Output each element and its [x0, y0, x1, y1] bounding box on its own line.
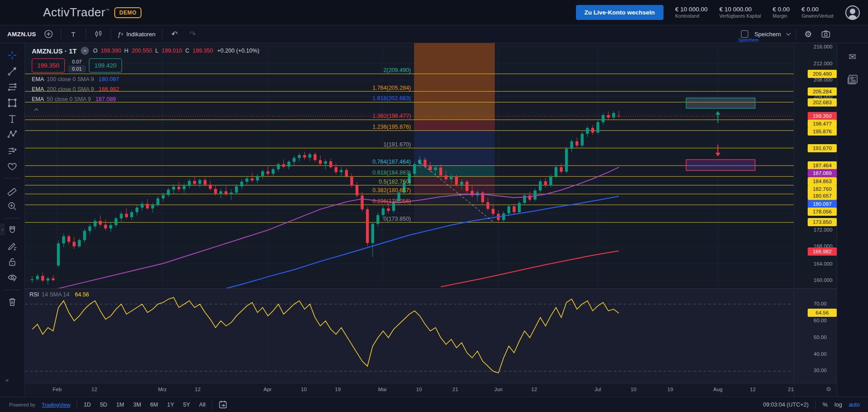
user-avatar[interactable] — [845, 5, 860, 20]
chevron-down-icon[interactable] — [786, 31, 791, 35]
fib-label: 1.236(195.876) — [372, 124, 411, 130]
price-tick: 212.000 — [814, 61, 833, 66]
range-6m-button[interactable]: 6M — [150, 402, 158, 408]
indicator-row[interactable]: EMA200 close 0 SMA 9166.982 — [32, 86, 259, 92]
tool-fib-lines-icon[interactable] — [5, 80, 20, 94]
tool-ruler-icon[interactable] — [5, 184, 20, 197]
go-to-date-icon[interactable] — [219, 400, 227, 409]
time-label: 10 — [631, 387, 637, 392]
time-axis[interactable]: Feb12Mrz12Apr1019Mai1021Jun12Jul1019Aug1… — [25, 383, 794, 396]
rsi-params: 14 SMA 14 — [42, 291, 69, 298]
tool-hide-drawings-icon[interactable] — [5, 271, 20, 285]
fib-label: 1(191.670) — [384, 141, 411, 148]
fib-label: 0.5(182.760) — [379, 179, 411, 185]
chart-center-column: 2(209.490)1.764(205.284)1.618(202.683)1.… — [25, 43, 794, 397]
tool-xabcd-pattern-icon[interactable] — [5, 128, 20, 141]
add-symbol-icon[interactable] — [43, 28, 54, 40]
save-layout-checkbox[interactable] — [741, 30, 748, 38]
range-1d-button[interactable]: 1D — [83, 402, 91, 408]
price-badge: 195.876 — [808, 127, 837, 136]
time-label: Jul — [595, 387, 601, 392]
collapse-left-icon[interactable]: « — [5, 377, 9, 383]
tool-trend-line-icon[interactable] — [5, 64, 20, 78]
price-tick: 50.00 — [814, 334, 827, 340]
time-label: Mai — [378, 387, 387, 392]
indicator-row[interactable]: EMA100 close 0 SMA 9180.097 — [32, 76, 259, 82]
range-5y-button[interactable]: 5Y — [183, 402, 190, 408]
interval-button[interactable]: T — [68, 28, 79, 40]
chart-type-candles-icon[interactable] — [93, 28, 104, 40]
spread-display: 0.07 0.01 — [68, 59, 86, 73]
settings-gear-icon[interactable]: ⚙ — [802, 28, 814, 40]
mail-icon[interactable]: ✉ — [849, 51, 857, 62]
price-tick: 164.000 — [814, 261, 833, 267]
tool-zoom-in-icon[interactable] — [5, 199, 20, 213]
range-5d-button[interactable]: 5D — [100, 402, 107, 408]
fib-label: 2(209.490) — [384, 67, 411, 73]
sidebar-expand-handle[interactable]: › — [0, 223, 5, 235]
ohlc-values: O199.390H200.550L199.010C199.350 — [93, 48, 213, 54]
price-badge: 205.284 — [808, 87, 837, 96]
hide-symbol-icon[interactable]: − — [81, 47, 89, 55]
fib-label: 0.382(180.657) — [372, 187, 411, 194]
tool-crosshair-icon[interactable] — [5, 48, 20, 62]
tool-trash-icon[interactable] — [5, 295, 20, 309]
time-label: 19 — [668, 387, 673, 392]
price-badge: 187.089 — [808, 169, 837, 177]
redo-icon[interactable]: ↷ — [187, 28, 199, 40]
news-icon[interactable] — [847, 74, 858, 85]
range-all-button[interactable]: All — [199, 402, 205, 408]
tool-lock-icon[interactable] — [5, 255, 20, 269]
fib-label: 1.618(202.683) — [372, 95, 411, 102]
spread-pill: 0.01 — [68, 65, 86, 73]
divider — [5, 290, 20, 290]
range-1y-button[interactable]: 1Y — [167, 402, 174, 408]
right-sidebar: ✉ — [837, 43, 868, 397]
fib-label: 0.618(184.863) — [372, 170, 411, 176]
sell-button[interactable]: 199.350 — [32, 58, 65, 73]
divider — [111, 29, 111, 39]
rsi-pane[interactable]: RSI 14 SMA 14 64.56 — [25, 288, 794, 383]
legend-collapse-chevron-icon[interactable] — [32, 106, 41, 113]
range-3m-button[interactable]: 3M — [133, 402, 141, 408]
price-tick: 30.00 — [814, 368, 827, 373]
price-tick: 70.00 — [814, 301, 827, 306]
change-value: +0.200 (+0.10%) — [217, 48, 259, 54]
save-button[interactable]: Speichern — [754, 31, 781, 38]
camera-snapshot-icon[interactable] — [820, 28, 832, 40]
tool-rectangle-icon[interactable] — [5, 96, 20, 110]
symbol-button[interactable]: AMZN.US — [7, 31, 36, 38]
time-label: 12 — [92, 387, 98, 392]
fib-label: 1.382(198.477) — [372, 113, 411, 119]
price-badge: 166.982 — [808, 247, 837, 256]
rsi-chart[interactable] — [25, 289, 794, 383]
app-logo: ActivTrader™ DEMO — [43, 5, 141, 19]
divider — [77, 400, 77, 409]
indicators-button[interactable]: ƒx Indikatoren — [117, 28, 156, 40]
chart-title[interactable]: AMZN.US · 1T — [32, 47, 77, 55]
tool-forecast-icon[interactable] — [5, 144, 20, 157]
trademark: ™ — [105, 8, 110, 13]
buy-button[interactable]: 199.420 — [89, 58, 122, 73]
chart-legend: AMZN.US · 1T − O199.390H200.550L199.010C… — [32, 47, 259, 113]
tool-edit-lock-icon[interactable] — [5, 239, 20, 253]
indicator-legend-rows: EMA100 close 0 SMA 9180.097EMA200 close … — [32, 76, 259, 102]
auto-scale-button[interactable]: auto — [849, 402, 860, 408]
tool-text-icon[interactable] — [5, 112, 20, 126]
switch-to-live-button[interactable]: Zu Live-Konto wechseln — [576, 5, 663, 20]
main-chart-pane[interactable]: 2(209.490)1.764(205.284)1.618(202.683)1.… — [25, 43, 794, 288]
tradingview-link[interactable]: TradingView — [42, 402, 70, 407]
axis-settings-gear-icon[interactable]: ⚙ — [826, 386, 831, 393]
tool-magnet-icon[interactable] — [5, 223, 20, 237]
divider — [212, 400, 212, 409]
price-axis[interactable]: ⚙ 216.000212.000208.000204.000172.000168… — [794, 43, 837, 397]
undo-icon[interactable]: ↶ — [169, 28, 180, 40]
percent-scale-button[interactable]: % — [823, 402, 828, 408]
price-badge: 173.850 — [808, 218, 837, 226]
range-1m-button[interactable]: 1M — [116, 402, 124, 408]
tool-heart-icon[interactable] — [5, 160, 20, 173]
indicator-row[interactable]: EMA50 close 0 SMA 9187.089 — [32, 96, 259, 102]
account-stat: € 10 000.00Kontostand — [675, 6, 707, 19]
rsi-indicator-name[interactable]: RSI — [29, 291, 39, 298]
log-scale-button[interactable]: log — [834, 402, 842, 408]
